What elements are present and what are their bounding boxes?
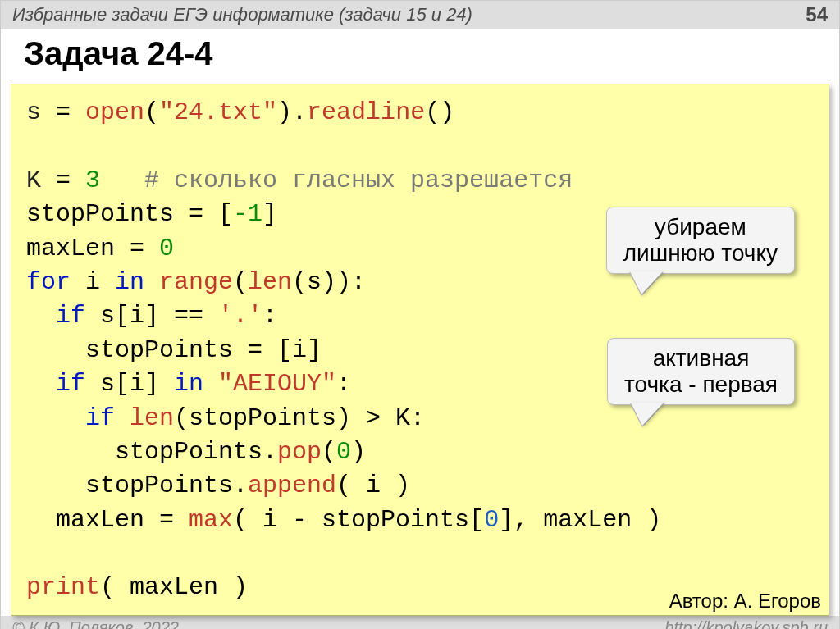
callout-text: точка - первая xyxy=(624,371,778,397)
code-text: K xyxy=(26,166,41,194)
code-keyword-if: if xyxy=(26,404,115,432)
code-text: stopPoints = [i] xyxy=(26,336,322,364)
code-text: (s)): xyxy=(292,268,366,296)
code-func-open: open xyxy=(85,98,144,126)
code-func-len: len xyxy=(248,268,292,296)
code-text: : xyxy=(336,370,351,398)
callout-text: убираем xyxy=(655,214,746,239)
code-keyword-in: in xyxy=(115,268,144,296)
code-number: 0 xyxy=(159,235,174,262)
footer-url: http://kpolyakov.spb.ru xyxy=(664,618,828,629)
code-keyword-in: in xyxy=(174,370,203,398)
code-text xyxy=(144,268,159,296)
code-text: ( i - stopPoints[ xyxy=(233,506,484,534)
code-text: stopPoints = [ xyxy=(26,200,233,228)
code-text: ( maxLen ) xyxy=(100,573,248,601)
code-func-range: range xyxy=(159,268,233,296)
code-text: = xyxy=(41,166,85,194)
code-func-max: max xyxy=(189,506,233,534)
code-text: ( i ) xyxy=(336,472,410,499)
code-text: s[i] == xyxy=(85,302,218,330)
main-area: s = open("24.txt").readline() K = 3 # ск… xyxy=(1,84,839,616)
code-text: stopPoints. xyxy=(26,438,277,466)
code-text: s[i] xyxy=(85,370,174,398)
code-string: "AEIOUY" xyxy=(218,370,336,398)
code-text: : xyxy=(262,302,277,330)
code-number: 0 xyxy=(484,506,499,534)
code-func-pop: pop xyxy=(277,438,322,466)
code-comment: # сколько гласных разрешается xyxy=(100,166,573,194)
code-text: ( xyxy=(233,268,248,296)
author-label: Автор: А. Егоров xyxy=(669,590,821,613)
code-keyword-if: if xyxy=(26,302,85,330)
code-text: ( xyxy=(322,438,336,466)
code-text: ). xyxy=(277,98,307,126)
code-func-print: print xyxy=(26,573,100,601)
code-text: i xyxy=(71,268,115,296)
callout-active-point: активная точка - первая xyxy=(607,338,795,405)
code-text: ], maxLen ) xyxy=(499,506,661,534)
footer-bar: © К.Ю. Поляков, 2022 http://kpolyakov.sp… xyxy=(1,616,839,629)
code-text: ) xyxy=(351,438,366,466)
code-text xyxy=(203,370,218,398)
code-number: -1 xyxy=(233,200,262,228)
code-text: () xyxy=(425,98,454,126)
callout-remove-point: убираем лишнюю точку xyxy=(606,207,795,274)
code-text: s xyxy=(26,98,41,126)
page-number: 54 xyxy=(806,3,828,26)
code-text: ] xyxy=(262,200,277,228)
callout-text: активная xyxy=(653,345,750,371)
header-bar: Избранные задачи ЕГЭ информатике (задачи… xyxy=(1,1,839,29)
callout-text: лишнюю точку xyxy=(623,240,778,266)
code-text: (stopPoints) > K: xyxy=(174,404,425,432)
code-func-readline: readline xyxy=(307,98,425,126)
code-text xyxy=(115,404,130,432)
code-string: "24.txt" xyxy=(159,98,277,126)
code-text: = xyxy=(41,98,85,126)
code-text: stopPoints. xyxy=(26,472,248,499)
code-text: maxLen = xyxy=(26,506,189,534)
code-keyword-for: for xyxy=(26,268,71,296)
code-keyword-if: if xyxy=(26,370,85,398)
code-text: maxLen = xyxy=(26,235,159,262)
footer-copyright: © К.Ю. Поляков, 2022 xyxy=(12,618,179,629)
code-func-len: len xyxy=(130,404,174,432)
code-number: 0 xyxy=(336,438,351,466)
header-subtitle: Избранные задачи ЕГЭ информатике (задачи… xyxy=(12,4,472,25)
code-number: 3 xyxy=(85,166,100,194)
slide-title: Задача 24-4 xyxy=(1,29,839,77)
slide: Избранные задачи ЕГЭ информатике (задачи… xyxy=(0,0,840,629)
code-string: '.' xyxy=(218,302,262,330)
code-text: ( xyxy=(144,98,159,126)
code-func-append: append xyxy=(248,472,336,499)
